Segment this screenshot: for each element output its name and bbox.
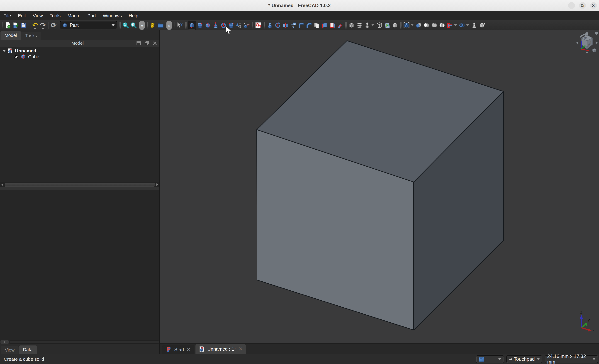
- scrollbar-thumb[interactable]: [5, 183, 155, 186]
- minimize-button[interactable]: –: [568, 2, 575, 9]
- viewport-3d[interactable]: TOP FRONT RIGHT: [160, 30, 599, 343]
- loft-button[interactable]: [328, 21, 336, 30]
- chamfer-button[interactable]: [305, 21, 313, 30]
- menu-tools[interactable]: Tools: [50, 13, 61, 18]
- projection-on-surface-button[interactable]: F: [383, 21, 391, 30]
- convert-to-solid-button[interactable]: [391, 21, 399, 30]
- restore-button[interactable]: ⧉: [579, 2, 586, 9]
- menu-part[interactable]: Part: [87, 13, 96, 18]
- chevron-down-icon[interactable]: [466, 24, 469, 26]
- cross-sections-button[interactable]: [355, 21, 363, 30]
- property-scrollbar[interactable]: [0, 340, 159, 344]
- sweep-button[interactable]: [336, 21, 344, 30]
- ruled-surface-button[interactable]: [321, 21, 328, 30]
- navigation-style-selector[interactable]: Touchpad: [506, 355, 542, 363]
- file-new-button[interactable]: [4, 21, 12, 30]
- section-button[interactable]: [348, 21, 355, 30]
- axis-y-label: Y: [588, 319, 590, 322]
- tab-view[interactable]: View: [1, 346, 19, 354]
- toolbar-overflow-button[interactable]: »: [139, 21, 145, 30]
- join-button[interactable]: [446, 21, 454, 30]
- chevron-down-icon[interactable]: [371, 24, 374, 26]
- mirror-button[interactable]: [282, 21, 289, 30]
- cube-solid[interactable]: [160, 30, 599, 343]
- tab-data[interactable]: Data: [19, 345, 37, 354]
- toolbar-group: ?: [173, 21, 184, 30]
- thickness-button[interactable]: [375, 21, 383, 30]
- toolbar: ↶↷⟳ Part »»?F: [0, 20, 599, 30]
- tab-start[interactable]: Start ✕: [162, 345, 194, 354]
- compound-button[interactable]: [403, 21, 410, 30]
- chevron-down-icon[interactable]: [454, 24, 457, 26]
- menu-help[interactable]: Help: [129, 13, 138, 18]
- navigation-cube[interactable]: TOP FRONT RIGHT: [575, 31, 599, 54]
- close-icon[interactable]: ✕: [238, 347, 243, 352]
- viewport-dimensions-value: 24.16 mm x 17.32 mm: [547, 354, 590, 364]
- fit-all-button[interactable]: [122, 21, 130, 30]
- scroll-right-icon[interactable]: [155, 183, 159, 187]
- panel-splitter[interactable]: [0, 187, 159, 190]
- create-sketch-button[interactable]: [255, 21, 262, 30]
- union-button[interactable]: [430, 21, 438, 30]
- cylinder-button[interactable]: [196, 21, 204, 30]
- dock-float-button[interactable]: [136, 41, 141, 46]
- menu-view[interactable]: View: [33, 13, 43, 18]
- expand-arrow-icon[interactable]: [2, 50, 6, 52]
- chevron-down-icon[interactable]: [411, 24, 414, 26]
- chevron-down-icon[interactable]: [42, 28, 44, 29]
- menu-windows[interactable]: Windows: [103, 13, 122, 18]
- tree-row-cube[interactable]: Cube: [0, 54, 159, 60]
- menu-edit[interactable]: Edit: [18, 13, 26, 18]
- chevron-down-icon[interactable]: [34, 28, 36, 29]
- create-part-button[interactable]: [149, 21, 157, 30]
- close-button[interactable]: ✕: [590, 2, 597, 9]
- fillet-button[interactable]: [297, 21, 305, 30]
- check-geometry-button[interactable]: [470, 21, 478, 30]
- file-open-button[interactable]: [12, 21, 20, 30]
- menu-macro[interactable]: Macro: [68, 13, 80, 18]
- scale-button[interactable]: [289, 21, 297, 30]
- revolve-button[interactable]: [274, 21, 282, 30]
- extrude-button[interactable]: [266, 21, 274, 30]
- mdi-tab-bar: Start ✕ Unnamed : 1* ✕: [160, 343, 599, 354]
- sphere-button[interactable]: [204, 21, 212, 30]
- undo-button[interactable]: ↶: [31, 21, 39, 30]
- tab-tasks[interactable]: Tasks: [21, 32, 41, 40]
- viewport-dimensions-selector[interactable]: 24.16 mm x 17.32 mm: [545, 355, 598, 363]
- boolean-button[interactable]: [415, 21, 423, 30]
- whats-this-button[interactable]: ?: [176, 21, 184, 30]
- scroll-left-icon[interactable]: [0, 183, 4, 187]
- close-icon[interactable]: ✕: [186, 347, 191, 352]
- tree-row-document[interactable]: Unnamed: [0, 48, 159, 54]
- split-button[interactable]: [458, 21, 466, 30]
- defeaturing-button[interactable]: [478, 21, 486, 30]
- offset-button[interactable]: [363, 21, 371, 30]
- fillet-icon: [298, 22, 305, 29]
- file-save-button[interactable]: [20, 21, 27, 30]
- redo-button[interactable]: ↷: [39, 21, 47, 30]
- create-group-button[interactable]: [157, 21, 165, 30]
- view-style-selector[interactable]: [476, 355, 504, 363]
- dock-popout-button[interactable]: [144, 41, 149, 46]
- tree-horizontal-scrollbar[interactable]: [0, 182, 159, 187]
- mdi-document-icon: [199, 346, 205, 352]
- eye-icon[interactable]: [14, 54, 18, 59]
- menu-file[interactable]: File: [3, 13, 11, 18]
- workbench-selector[interactable]: Part: [60, 21, 117, 29]
- model-dock-header: Model: [0, 40, 159, 47]
- tab-model[interactable]: Model: [0, 31, 21, 40]
- zoom-select-button[interactable]: [130, 21, 137, 30]
- tab-unnamed-document[interactable]: Unnamed : 1* ✕: [195, 344, 246, 354]
- cut-button[interactable]: [423, 21, 430, 30]
- make-face-button[interactable]: [313, 21, 321, 30]
- fit-all-icon: [122, 22, 129, 29]
- scroll-left-icon[interactable]: [0, 340, 9, 344]
- dock-close-button[interactable]: [153, 41, 157, 46]
- intersection-button[interactable]: [438, 21, 446, 30]
- box-button[interactable]: [188, 21, 196, 30]
- refresh-button[interactable]: ⟳: [50, 21, 58, 30]
- create-primitives-button[interactable]: [235, 21, 243, 30]
- toolbar-overflow-button[interactable]: »: [167, 21, 172, 30]
- cone-button[interactable]: [212, 21, 220, 30]
- shape-builder-button[interactable]: [243, 21, 251, 30]
